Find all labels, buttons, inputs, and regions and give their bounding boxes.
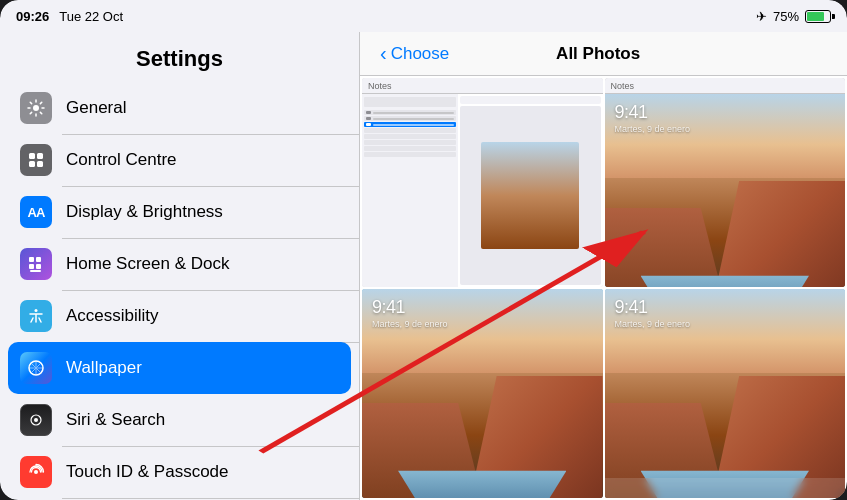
notes-label-top-right: Notes xyxy=(611,81,635,91)
svg-point-0 xyxy=(33,105,39,111)
siri-search-label: Siri & Search xyxy=(66,410,165,430)
accessibility-label: Accessibility xyxy=(66,306,159,326)
svg-rect-3 xyxy=(29,161,35,167)
battery-icon xyxy=(805,10,831,23)
back-chevron-icon: ‹ xyxy=(380,42,387,65)
sidebar-item-wallpaper[interactable]: Wallpaper xyxy=(8,342,351,394)
photo-time-top-right: 9:41 xyxy=(615,102,648,123)
status-bar: 09:26 Tue 22 Oct ✈ 75% xyxy=(0,0,847,32)
home-screen-icon xyxy=(20,248,52,280)
photo-date-bottom-left: Martes, 9 de enero xyxy=(372,319,448,329)
svg-point-10 xyxy=(35,309,38,312)
status-time: 09:26 xyxy=(16,9,49,24)
sidebar-items: General Control Centre xyxy=(0,82,359,500)
svg-rect-9 xyxy=(30,270,41,272)
status-date: Tue 22 Oct xyxy=(59,9,123,24)
notes-label-top-left: Notes xyxy=(368,81,392,91)
sidebar-item-touch-id[interactable]: Touch ID & Passcode xyxy=(0,446,359,498)
photos-grid: Notes xyxy=(360,76,847,500)
svg-rect-6 xyxy=(36,257,41,262)
photo-cell-bottom-right[interactable]: 9:41 Martes, 9 de enero xyxy=(605,289,846,498)
photo-date-bottom-right: Martes, 9 de enero xyxy=(615,319,691,329)
airplane-icon: ✈ xyxy=(756,9,767,24)
photo-cell-bottom-left[interactable]: 9:41 Martes, 9 de enero xyxy=(362,289,603,498)
svg-rect-7 xyxy=(29,264,34,269)
content-header: ‹ Choose All Photos xyxy=(360,32,847,76)
svg-rect-4 xyxy=(37,161,43,167)
display-brightness-icon: AA xyxy=(20,196,52,228)
control-centre-icon xyxy=(20,144,52,176)
sidebar-title: Settings xyxy=(0,32,359,82)
general-icon xyxy=(20,92,52,124)
photo-date-top-right: Martes, 9 de enero xyxy=(615,124,691,134)
battery-percent: 75% xyxy=(773,9,799,24)
svg-rect-1 xyxy=(29,153,35,159)
device-frame: 09:26 Tue 22 Oct ✈ 75% Settings xyxy=(0,0,847,500)
content-area: ‹ Choose All Photos Notes xyxy=(360,32,847,500)
photo-time-bottom-left: 9:41 xyxy=(372,297,405,318)
control-centre-label: Control Centre xyxy=(66,150,177,170)
touch-id-label: Touch ID & Passcode xyxy=(66,462,229,482)
svg-point-14 xyxy=(34,470,38,474)
photo-cell-top-left[interactable]: Notes xyxy=(362,78,603,287)
photos-bottom-row: 9:41 Martes, 9 de enero xyxy=(362,289,845,498)
main-layout: Settings General xyxy=(0,32,847,500)
sidebar-item-home-screen[interactable]: Home Screen & Dock xyxy=(0,238,359,290)
sidebar-item-control-centre[interactable]: Control Centre xyxy=(0,134,359,186)
wallpaper-icon xyxy=(20,352,52,384)
svg-rect-2 xyxy=(37,153,43,159)
general-label: General xyxy=(66,98,126,118)
back-button[interactable]: ‹ Choose xyxy=(380,42,449,65)
sidebar: Settings General xyxy=(0,32,360,500)
home-screen-label: Home Screen & Dock xyxy=(66,254,229,274)
sidebar-item-display-brightness[interactable]: AA Display & Brightness xyxy=(0,186,359,238)
display-brightness-label: Display & Brightness xyxy=(66,202,223,222)
sidebar-item-siri-search[interactable]: Siri & Search xyxy=(0,394,359,446)
svg-rect-8 xyxy=(36,264,41,269)
sidebar-item-general[interactable]: General xyxy=(0,82,359,134)
sidebar-item-accessibility[interactable]: Accessibility xyxy=(0,290,359,342)
svg-rect-5 xyxy=(29,257,34,262)
siri-icon xyxy=(20,404,52,436)
content-title: All Photos xyxy=(449,44,747,64)
photo-cell-top-right[interactable]: Notes 9:41 Martes, 9 de enero xyxy=(605,78,846,287)
photo-time-bottom-right: 9:41 xyxy=(615,297,648,318)
svg-point-13 xyxy=(34,418,38,422)
touch-id-icon xyxy=(20,456,52,488)
accessibility-icon xyxy=(20,300,52,332)
photos-top-row: Notes xyxy=(362,78,845,287)
wallpaper-label: Wallpaper xyxy=(66,358,142,378)
back-label: Choose xyxy=(391,44,450,64)
